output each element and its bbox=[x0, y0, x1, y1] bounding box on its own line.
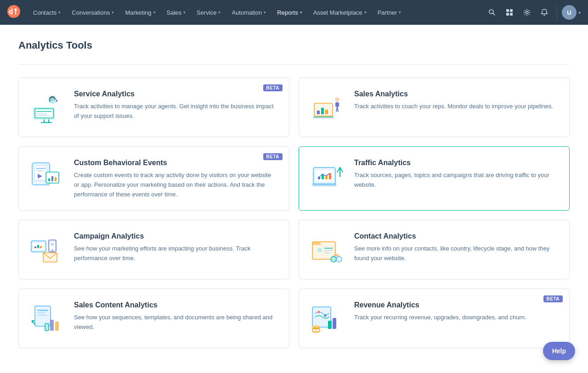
campaign-analytics-body: Campaign Analytics See how your marketin… bbox=[74, 231, 278, 263]
chevron-down-icon: ▾ bbox=[153, 10, 156, 15]
revenue-analytics-desc: Track your recurring revenue, upgrades, … bbox=[354, 313, 558, 323]
page-title: Analytics Tools bbox=[18, 39, 570, 51]
nav-divider bbox=[557, 6, 557, 19]
svg-rect-5 bbox=[506, 9, 509, 12]
card-sales-content[interactable]: Sales Content Analytics See how your seq… bbox=[18, 289, 289, 348]
svg-rect-41 bbox=[55, 177, 57, 181]
svg-rect-8 bbox=[510, 13, 513, 16]
hubspot-logo[interactable] bbox=[7, 5, 20, 20]
beta-badge: BETA bbox=[263, 153, 283, 160]
custom-behavioral-icon bbox=[28, 158, 65, 195]
contact-analytics-desc: See more info on your contacts, like cou… bbox=[354, 244, 558, 263]
card-campaign-analytics[interactable]: Campaign Analytics See how your marketin… bbox=[18, 220, 289, 279]
nav-conversations[interactable]: Conversations ▾ bbox=[66, 0, 119, 25]
svg-point-27 bbox=[335, 97, 339, 102]
svg-text:$: $ bbox=[314, 326, 317, 330]
card-traffic-analytics[interactable]: Traffic Analytics Track sources, pages, … bbox=[299, 146, 570, 211]
svg-rect-11 bbox=[35, 109, 53, 118]
svg-rect-18 bbox=[56, 100, 57, 102]
marketplace-icon[interactable] bbox=[502, 5, 517, 20]
page-content: Analytics Tools BETA bbox=[0, 25, 588, 373]
svg-rect-74 bbox=[37, 315, 47, 316]
card-custom-behavioral[interactable]: BETA Custo bbox=[18, 146, 289, 211]
svg-point-69 bbox=[331, 256, 336, 262]
card-revenue-analytics[interactable]: BETA bbox=[299, 289, 570, 348]
custom-behavioral-desc: Create custom events to track any activi… bbox=[74, 171, 278, 199]
cards-grid: BETA bbox=[18, 78, 570, 348]
svg-point-70 bbox=[336, 256, 342, 262]
service-analytics-desc: Track activities to manage your agents. … bbox=[74, 102, 278, 121]
nav-automation[interactable]: Automation ▾ bbox=[226, 0, 271, 25]
custom-behavioral-body: Custom Behavioral Events Create custom e… bbox=[74, 158, 278, 199]
svg-rect-82 bbox=[333, 318, 336, 329]
nav-reports[interactable]: Reports ▾ bbox=[271, 0, 308, 25]
svg-rect-73 bbox=[37, 312, 45, 313]
svg-rect-63 bbox=[312, 242, 321, 245]
nav-items: Contacts ▾ Conversations ▾ Marketing ▾ S… bbox=[28, 0, 484, 25]
svg-rect-39 bbox=[48, 178, 50, 181]
campaign-analytics-icon bbox=[28, 231, 65, 268]
revenue-analytics-icon: $ bbox=[308, 300, 345, 337]
chevron-down-icon: ▾ bbox=[578, 10, 581, 15]
svg-point-79 bbox=[317, 311, 320, 313]
revenue-analytics-body: Revenue Analytics Track your recurring r… bbox=[354, 300, 558, 323]
svg-line-4 bbox=[493, 13, 495, 15]
svg-point-80 bbox=[324, 314, 327, 317]
chevron-down-icon: ▾ bbox=[364, 10, 367, 15]
service-analytics-body: Service Analytics Track activities to ma… bbox=[74, 89, 278, 121]
svg-rect-40 bbox=[51, 176, 53, 181]
nav-right: U ▾ bbox=[484, 5, 581, 20]
campaign-analytics-desc: See how your marketing efforts are impac… bbox=[74, 244, 278, 263]
notifications-icon[interactable] bbox=[537, 5, 552, 20]
user-avatar: U bbox=[562, 5, 577, 20]
chevron-down-icon: ▾ bbox=[218, 10, 220, 15]
help-button[interactable]: Help bbox=[543, 342, 575, 360]
svg-rect-26 bbox=[325, 110, 328, 114]
chevron-down-icon: ▾ bbox=[264, 10, 266, 15]
user-avatar-wrap[interactable]: U ▾ bbox=[562, 5, 581, 20]
revenue-analytics-title: Revenue Analytics bbox=[354, 301, 558, 309]
beta-badge: BETA bbox=[263, 84, 283, 91]
sales-content-title: Sales Content Analytics bbox=[74, 301, 278, 309]
service-analytics-icon bbox=[28, 89, 65, 126]
svg-rect-55 bbox=[40, 246, 42, 248]
sales-analytics-body: Sales Analytics Track activities to coac… bbox=[354, 89, 558, 111]
card-contact-analytics[interactable]: Contact Analytics See more info on your … bbox=[299, 220, 570, 279]
card-sales-analytics[interactable]: Sales Analytics Track activities to coac… bbox=[299, 78, 570, 137]
sales-content-desc: See how your sequences, templates, and d… bbox=[74, 313, 278, 332]
settings-icon[interactable] bbox=[519, 5, 535, 20]
nav-asset-marketplace[interactable]: Asset Marketplace ▾ bbox=[308, 0, 372, 25]
campaign-analytics-title: Campaign Analytics bbox=[74, 232, 278, 240]
svg-rect-7 bbox=[506, 13, 509, 16]
svg-point-64 bbox=[317, 248, 322, 252]
nav-contacts[interactable]: Contacts ▾ bbox=[28, 0, 66, 25]
card-service-analytics[interactable]: BETA bbox=[18, 78, 289, 137]
chevron-down-icon: ▾ bbox=[300, 10, 302, 15]
contact-analytics-body: Contact Analytics See more info on your … bbox=[354, 231, 558, 263]
sales-analytics-desc: Track activities to coach your reps. Mon… bbox=[354, 102, 558, 111]
nav-service[interactable]: Service ▾ bbox=[191, 0, 226, 25]
beta-badge: BETA bbox=[543, 295, 563, 302]
chevron-down-icon: ▾ bbox=[183, 10, 186, 15]
nav-marketing[interactable]: Marketing ▾ bbox=[119, 0, 161, 25]
svg-rect-53 bbox=[34, 246, 36, 248]
contact-analytics-title: Contact Analytics bbox=[354, 232, 558, 240]
sales-analytics-title: Sales Analytics bbox=[354, 90, 558, 98]
custom-behavioral-title: Custom Behavioral Events bbox=[74, 159, 278, 167]
chevron-down-icon: ▾ bbox=[58, 10, 61, 15]
sales-content-body: Sales Content Analytics See how your seq… bbox=[74, 300, 278, 332]
traffic-analytics-desc: Track sources, pages, topics and campaig… bbox=[354, 171, 558, 190]
search-icon[interactable] bbox=[484, 5, 500, 20]
nav-partner[interactable]: Partner ▾ bbox=[372, 0, 407, 25]
svg-rect-77 bbox=[55, 322, 59, 331]
svg-rect-54 bbox=[37, 245, 39, 248]
sales-content-icon bbox=[28, 300, 65, 337]
contact-analytics-icon bbox=[308, 231, 345, 268]
traffic-analytics-body: Traffic Analytics Track sources, pages, … bbox=[354, 158, 558, 190]
svg-rect-6 bbox=[510, 9, 513, 12]
svg-rect-28 bbox=[335, 102, 339, 107]
svg-rect-34 bbox=[34, 166, 47, 180]
svg-point-61 bbox=[52, 250, 53, 251]
svg-rect-25 bbox=[321, 108, 324, 114]
nav-sales[interactable]: Sales ▾ bbox=[161, 0, 192, 25]
